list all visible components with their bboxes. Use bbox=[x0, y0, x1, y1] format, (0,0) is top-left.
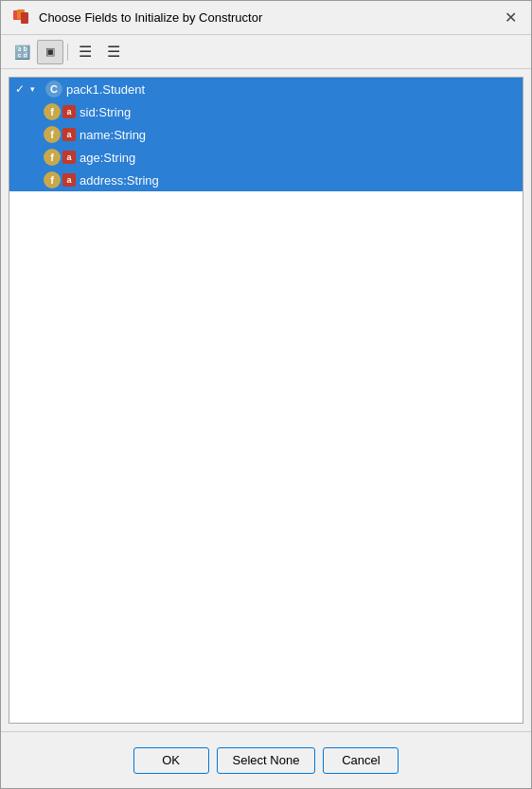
close-button[interactable]: ✕ bbox=[501, 9, 520, 27]
list-item[interactable]: f a address:String bbox=[9, 169, 523, 191]
sort-icon: ▣ bbox=[45, 45, 55, 58]
field-badge-f: f bbox=[44, 171, 61, 188]
align-left-button[interactable]: ☰ bbox=[72, 40, 98, 64]
field-badge-f: f bbox=[44, 103, 61, 120]
select-none-button[interactable]: Select None bbox=[217, 747, 316, 774]
dialog: Choose Fields to Initialize by Construct… bbox=[0, 0, 532, 789]
field-badge-f: f bbox=[44, 149, 61, 166]
svg-rect-2 bbox=[21, 12, 28, 24]
content-area: ✓ ▾ C pack1.Student f a sid:String f a n… bbox=[1, 69, 531, 731]
access-badge: a bbox=[62, 105, 76, 118]
select-all-icon: ☰ bbox=[79, 43, 92, 61]
field-badge-f: f bbox=[44, 126, 61, 143]
sort-az-icon: 🔡 bbox=[14, 45, 30, 60]
access-badge: a bbox=[62, 151, 76, 164]
expand-icon: ▾ bbox=[30, 84, 45, 94]
field-label: age:String bbox=[80, 151, 135, 165]
field-label: sid:String bbox=[80, 105, 131, 119]
list-item[interactable]: f a age:String bbox=[9, 146, 523, 169]
class-badge: C bbox=[45, 81, 62, 98]
field-label: address:String bbox=[80, 173, 159, 188]
list-item[interactable]: f a name:String bbox=[9, 123, 523, 146]
list-item[interactable]: f a sid:String bbox=[9, 100, 523, 123]
access-badge: a bbox=[62, 173, 76, 187]
sort-az-button[interactable]: 🔡 bbox=[9, 40, 35, 64]
root-label: pack1.Student bbox=[66, 82, 145, 97]
deselect-all-icon: ☰ bbox=[107, 43, 120, 61]
app-icon bbox=[12, 9, 31, 27]
footer: OK Select None Cancel bbox=[1, 731, 531, 788]
tree-root-item[interactable]: ✓ ▾ C pack1.Student bbox=[9, 78, 523, 100]
check-icon: ✓ bbox=[15, 82, 30, 96]
toolbar-separator bbox=[67, 44, 68, 61]
ok-button[interactable]: OK bbox=[133, 747, 209, 774]
dialog-title: Choose Fields to Initialize by Construct… bbox=[39, 10, 262, 25]
title-bar-left: Choose Fields to Initialize by Construct… bbox=[12, 9, 262, 27]
cancel-button[interactable]: Cancel bbox=[323, 747, 399, 774]
align-center-button[interactable]: ☰ bbox=[100, 40, 127, 64]
sort-button[interactable]: ▣ bbox=[37, 40, 63, 64]
title-bar: Choose Fields to Initialize by Construct… bbox=[1, 1, 531, 35]
access-badge: a bbox=[62, 128, 76, 141]
field-label: name:String bbox=[80, 128, 146, 142]
toolbar: 🔡 ▣ ☰ ☰ bbox=[1, 35, 531, 69]
tree-container[interactable]: ✓ ▾ C pack1.Student f a sid:String f a n… bbox=[9, 77, 523, 724]
